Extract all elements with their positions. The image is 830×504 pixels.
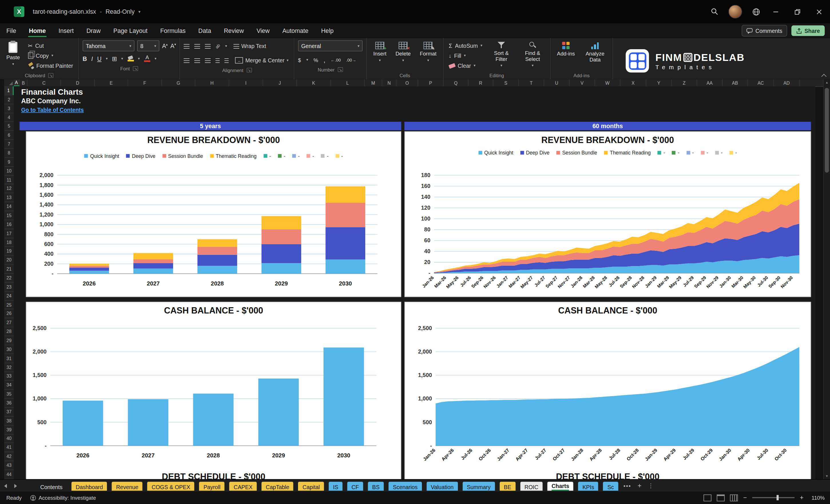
row-header-3[interactable]: 3 [4,104,14,113]
column-header-K[interactable]: K [297,80,331,86]
zoom-level[interactable]: 110% [809,495,825,501]
sheet-tab-capex[interactable]: CAPEX [229,482,257,492]
row-header-19[interactable]: 19 [4,247,14,256]
column-header-B[interactable]: B [20,80,28,86]
row-header-22[interactable]: 22 [4,274,14,283]
sheet-tab-roic[interactable]: ROIC [520,482,543,492]
italic-button[interactable]: I [91,56,93,62]
zoom-in-button[interactable]: + [800,494,804,501]
column-header-T[interactable]: T [519,80,544,86]
row-header-16[interactable]: 16 [4,220,14,229]
wrap-text-button[interactable]: Wrap Text [232,41,268,51]
menu-tab-page-layout[interactable]: Page Layout [107,23,154,38]
menu-tab-file[interactable]: File [0,23,23,38]
sheet-tab-bs[interactable]: BS [368,482,384,492]
search-icon[interactable] [706,0,724,23]
normal-view-button[interactable] [704,494,711,501]
sheet-tab-capital[interactable]: Capital [298,482,324,492]
sheet-tab-kpis[interactable]: KPIs [578,482,599,492]
increase-decimal-button[interactable]: ←.00 [331,58,341,62]
column-header-Z[interactable]: Z [672,80,697,86]
more-sheets-icon[interactable]: ••• [624,482,631,489]
font-color-button[interactable]: A [144,56,151,62]
row-header-7[interactable]: 7 [4,140,14,149]
dialog-launcher-icon[interactable]: ↘ [338,67,343,72]
row-header-40[interactable]: 40 [4,435,14,443]
column-header-AA[interactable]: AA [697,80,723,86]
sheet-tab-captable[interactable]: CapTable [261,482,293,492]
menu-tab-review[interactable]: Review [218,23,250,38]
addins-button[interactable]: Add-ins [554,40,577,58]
row-header-26[interactable]: 26 [4,310,14,318]
zoom-out-button[interactable]: − [743,494,747,501]
fill-color-button[interactable] [127,56,134,62]
new-sheet-button[interactable]: + [638,482,641,490]
row-header-4[interactable]: 4 [4,113,14,122]
minimize-button[interactable] [765,0,787,23]
decrease-decimal-button[interactable]: .00→ [346,58,356,62]
chart-cash-annual[interactable]: CASH BALANCE - $'000-5001,0001,5002,0002… [26,302,401,479]
font-size-combo[interactable]: 8▾ [137,40,159,52]
dialog-launcher-icon[interactable]: ↘ [133,66,138,71]
collapse-ribbon-button[interactable] [822,73,826,77]
find-select-button[interactable]: Find & Select▾ [519,40,546,69]
row-header-15[interactable]: 15 [4,211,14,220]
column-header-I[interactable]: I [229,80,263,86]
column-header-AD[interactable]: AD [774,80,800,86]
sheet-tab-revenue[interactable]: Revenue [112,482,142,492]
row-header-37[interactable]: 37 [4,408,14,416]
share-button[interactable]: Share [791,26,825,36]
align-left-button[interactable] [184,58,190,63]
column-header-J[interactable]: J [263,80,297,86]
row-header-34[interactable]: 34 [4,381,14,389]
sheet-tab-payroll[interactable]: Payroll [199,482,225,492]
row-header-32[interactable]: 32 [4,363,14,372]
row-header-5[interactable]: 5 [4,122,14,131]
row-header-41[interactable]: 41 [4,443,14,452]
row-header-11[interactable]: 11 [4,176,14,185]
chart-rev-monthly[interactable]: REVENUE BREAKDOWN - $'000Quick InsightDe… [405,131,811,297]
row-header-6[interactable]: 6 [4,131,14,140]
dialog-launcher-icon[interactable]: ↘ [48,73,54,78]
next-sheet-icon[interactable] [14,484,17,488]
column-header-U[interactable]: U [544,80,570,86]
column-header-H[interactable]: H [195,80,229,86]
row-header-33[interactable]: 33 [4,372,14,381]
orientation-button[interactable]: ab [215,43,221,49]
column-header-AB[interactable]: AB [723,80,748,86]
row-header-27[interactable]: 27 [4,318,14,327]
sheet-tab-summary[interactable]: Summary [462,482,495,492]
menu-tab-data[interactable]: Data [192,23,217,38]
column-header-AC[interactable]: AC [748,80,774,86]
column-header-A[interactable]: A [14,80,20,86]
underline-button[interactable]: U [97,56,101,62]
vertical-scroll-thumb[interactable] [825,88,829,172]
insert-cells-button[interactable]: + Insert▾ [371,40,389,64]
menu-tab-insert[interactable]: Insert [52,23,80,38]
close-button[interactable] [808,0,830,23]
decrease-indent-button[interactable] [216,58,220,63]
sheet-tab-scenarios[interactable]: Scenarios [389,482,422,492]
page-break-view-button[interactable] [730,494,738,501]
accounting-format-button[interactable]: $ [298,57,301,63]
column-header-M[interactable]: M [365,80,382,86]
column-header-W[interactable]: W [595,80,620,86]
row-header-2[interactable]: 2 [4,95,14,104]
sheet-tab-charts[interactable]: Charts [547,482,573,492]
chart-cash-monthly[interactable]: CASH BALANCE - $'000-5001,0001,5002,0002… [405,302,811,479]
bold-button[interactable]: B [83,56,87,62]
column-header-N[interactable]: N [382,80,396,86]
borders-button[interactable]: ⊞ [112,55,117,62]
row-header-14[interactable]: 14 [4,202,14,211]
zoom-slider-thumb[interactable] [777,495,779,500]
row-header-21[interactable]: 21 [4,265,14,274]
autosum-button[interactable]: ΣAutoSum▾ [447,41,484,50]
sheet-tab-valuation[interactable]: Valuation [426,482,458,492]
row-header-1[interactable]: 1 [4,86,14,95]
column-header-C[interactable]: C [28,80,61,86]
clear-button[interactable]: Clear▾ [447,61,484,70]
sheet-tab-contents[interactable]: Contents [36,482,67,492]
column-header-O[interactable]: O [396,80,418,86]
cut-button[interactable]: ✂Cut [26,41,75,50]
sheet-tab-dashboard[interactable]: Dashboard [71,482,107,492]
